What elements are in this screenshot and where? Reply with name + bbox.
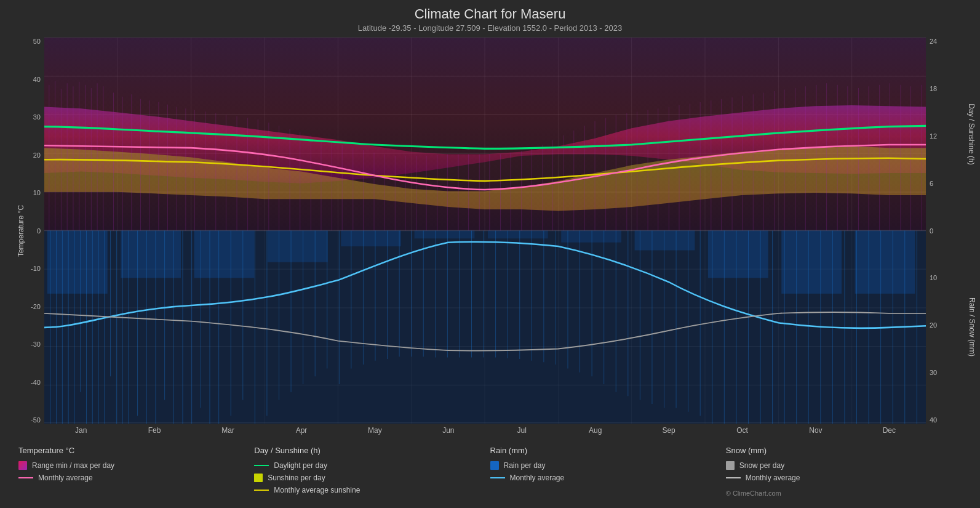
month-dec: Dec [853, 426, 926, 435]
snow-swatch [726, 461, 735, 470]
chart-area: Temperature °C 50 40 30 20 10 0 -10 -20 … [12, 38, 968, 424]
legend-temperature: Temperature °C Range min / max per day M… [18, 446, 254, 497]
y-axis-right: Day / Sunshine (h) Rain / Snow (mm) 24 1… [926, 38, 968, 424]
y-axis-left-label: Temperature °C [17, 204, 25, 256]
legend-sunshine-avg: Monthly average sunshine [254, 486, 490, 494]
month-sep: Sep [632, 426, 705, 435]
rain-swatch [490, 461, 499, 470]
month-mar: Mar [191, 426, 265, 435]
y-axis-left: Temperature °C 50 40 30 20 10 0 -10 -20 … [12, 38, 44, 424]
rain-avg-line [490, 477, 505, 478]
month-jan: Jan [44, 426, 118, 435]
legend-rain-avg: Monthly average [490, 474, 726, 482]
month-apr: Apr [265, 426, 338, 435]
month-jul: Jul [485, 426, 559, 435]
legend-rain: Rain (mm) Rain per day Monthly average [490, 446, 726, 497]
legend-snow-bar: Snow per day [726, 461, 962, 470]
legend-snow-avg: Monthly average [726, 474, 962, 482]
sunshine-swatch [254, 474, 263, 482]
month-may: May [338, 426, 412, 435]
x-axis: Jan Feb Mar Apr May Jun Jul Aug Sep Oct … [44, 424, 926, 435]
daylight-line [254, 465, 269, 466]
legend-daylight: Daylight per day [254, 461, 490, 470]
svg-rect-40 [44, 231, 926, 424]
legend-snow: Snow (mm) Snow per day Monthly average ©… [726, 446, 962, 497]
legend-temp-avg: Monthly average [18, 474, 254, 482]
temp-range-swatch [18, 461, 27, 470]
legend-rain-title: Rain (mm) [490, 446, 726, 455]
legend-snow-title: Snow (mm) [726, 446, 962, 455]
copyright-text: © ClimeChart.com [726, 490, 962, 497]
month-aug: Aug [559, 426, 632, 435]
chart-svg [44, 38, 926, 424]
chart-title: Climate Chart for Maseru [12, 6, 968, 22]
snow-avg-line [726, 477, 741, 478]
month-jun: Jun [412, 426, 485, 435]
month-nov: Nov [779, 426, 852, 435]
page-container: Climate Chart for Maseru Latitude -29.35… [0, 0, 980, 508]
chart-header: Climate Chart for Maseru Latitude -29.35… [12, 6, 968, 33]
legend-sunshine-bar: Sunshine per day [254, 474, 490, 482]
month-feb: Feb [118, 426, 191, 435]
sunshine-avg-line [254, 490, 269, 491]
legend-temp-title: Temperature °C [18, 446, 254, 455]
legend-sunshine: Day / Sunshine (h) Daylight per day Suns… [254, 446, 490, 497]
month-oct: Oct [706, 426, 779, 435]
chart-main: ClimeChart.com ClimeChart.com [44, 38, 926, 424]
y-axis-right-label-bottom: Rain / Snow (mm) [968, 297, 976, 357]
temp-avg-line [18, 477, 33, 478]
legend-area: Temperature °C Range min / max per day M… [12, 441, 968, 502]
chart-subtitle: Latitude -29.35 - Longitude 27.509 - Ele… [12, 23, 968, 33]
legend-temp-range: Range min / max per day [18, 461, 254, 470]
y-axis-right-label-top: Day / Sunshine (h) [966, 103, 975, 164]
legend-rain-bar: Rain per day [490, 461, 726, 470]
legend-sunshine-title: Day / Sunshine (h) [254, 446, 490, 455]
